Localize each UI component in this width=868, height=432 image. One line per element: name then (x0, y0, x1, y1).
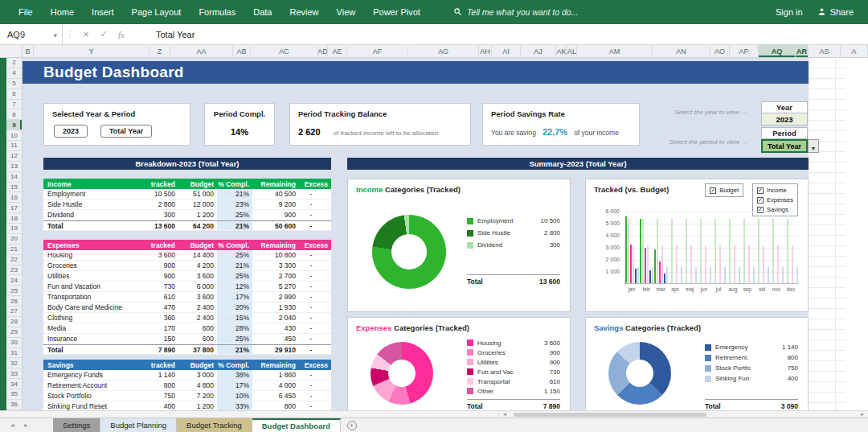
namebox-caret-icon[interactable] (53, 30, 57, 39)
column-header-ao[interactable]: AO (710, 45, 730, 57)
ribbon-tab-insert[interactable]: Insert (83, 0, 123, 24)
column-header-y[interactable]: Y (34, 45, 149, 57)
row-header-26[interactable]: 26 (6, 296, 22, 307)
scrollbar-thumb[interactable] (514, 413, 706, 417)
table-row[interactable]: Emergency Funds1 1403 00038%1 860- (43, 370, 331, 381)
table-row[interactable]: Fun and Vacation7306 00012%5 270- (43, 282, 331, 292)
row-header-19[interactable]: 19 (6, 224, 22, 234)
legend-checkbox-expenses[interactable]: Expenses (757, 196, 793, 204)
table-row[interactable]: Employment10 50051 00021%40 500- (43, 189, 331, 200)
table-row[interactable]: Retirement Account8004 80017%4 000- (43, 381, 331, 391)
table-row[interactable]: Clothing3602 40015%2 040- (43, 313, 331, 323)
period-dropdown-button[interactable] (808, 139, 819, 153)
column-header-aj[interactable]: AJ (521, 45, 556, 57)
table-row[interactable]: Media17060028%430- (43, 323, 331, 334)
column-header-ac[interactable]: AC (251, 45, 318, 57)
table-row[interactable]: Stock Portfolio7507 20010%6 450- (43, 391, 331, 401)
table-row[interactable]: Dividend3001 20025%900- (43, 210, 331, 220)
row-header-6[interactable]: 6 (6, 89, 22, 100)
column-header-ap[interactable]: AP (730, 45, 759, 57)
column-header-ak[interactable]: AK (556, 45, 567, 57)
row-header-10[interactable]: 10 (6, 130, 22, 141)
row-header-21[interactable]: 21 (6, 245, 22, 255)
tabs-prev-icon[interactable] (10, 422, 15, 428)
tabs-next-icon[interactable] (23, 422, 29, 428)
table-row[interactable]: Utilities9003 60025%2 700- (43, 271, 331, 282)
table-row[interactable]: Groceries9004 20021%3 300- (43, 261, 331, 271)
column-header-aa[interactable]: AA (170, 45, 233, 57)
table-row[interactable]: Housing3 60014 40025%10 800- (43, 250, 331, 261)
row-header-36[interactable]: 36 (6, 400, 22, 410)
bar-plot-area[interactable] (624, 212, 798, 284)
table-row[interactable]: Transportation6103 60017%2 990- (43, 292, 331, 302)
row-header-35[interactable]: 35 (6, 389, 22, 400)
column-header-ab[interactable]: AB (233, 45, 251, 57)
year-selector-value[interactable]: 2023 (761, 113, 808, 125)
ribbon-tab-view[interactable]: View (328, 0, 365, 24)
column-header-ag[interactable]: AG (408, 45, 479, 57)
total-row[interactable]: Total13 60064 20021%50 600- (43, 220, 331, 231)
row-header-4[interactable]: 4 (6, 68, 22, 79)
table-row[interactable]: Body Care and Medicine4702 40020%1 930- (43, 302, 331, 313)
new-sheet-button[interactable] (347, 421, 357, 430)
column-header-ae[interactable]: AE (328, 45, 347, 57)
row-header-15[interactable]: 15 (6, 183, 22, 193)
column-header-ai[interactable]: AI (492, 45, 521, 57)
ribbon-tab-page-layout[interactable]: Page Layout (123, 0, 190, 24)
scrollbar-track[interactable] (498, 411, 868, 418)
table-row[interactable]: Sinking Fund Reset4001 20033%800- (43, 401, 331, 410)
legend-checkbox-income[interactable]: Income (757, 187, 793, 194)
select-all-corner[interactable] (0, 45, 23, 57)
column-header-as[interactable]: AS (809, 45, 841, 57)
ribbon-tab-power-pivot[interactable]: Power Pivot (364, 0, 429, 24)
column-header-am[interactable]: AM (577, 45, 653, 57)
row-header-30[interactable]: 30 (6, 338, 22, 348)
legend-checkbox-budget[interactable]: Budget (710, 187, 739, 194)
column-header-ad[interactable]: AD (318, 45, 328, 57)
column-header-a[interactable]: A (841, 45, 868, 57)
ribbon-tab-review[interactable]: Review (280, 0, 327, 24)
row-header-7[interactable]: 7 (6, 100, 22, 110)
row-header-11[interactable]: 11 (6, 141, 22, 151)
formula-input[interactable]: Total Year (130, 24, 194, 44)
row-header-14[interactable]: 14 (6, 172, 22, 183)
sheet-tab-budget-tracking[interactable]: Budget Tracking (177, 418, 252, 432)
cancel-icon[interactable] (77, 24, 95, 44)
sheet-tab-budget-planning[interactable]: Budget Planning (100, 418, 177, 432)
sheet-tab-settings[interactable]: Settings (53, 418, 100, 432)
table-row[interactable]: Side Hustle2 80012 00023%9 200- (43, 200, 331, 210)
sheet-tab-budget-dashboard[interactable]: Budget Dashboard (252, 418, 341, 432)
row-header-29[interactable]: 29 (6, 327, 22, 338)
row-header-20[interactable]: 20 (6, 234, 22, 245)
column-header-ah[interactable]: AH (479, 45, 492, 57)
column-header-b[interactable]: B (23, 45, 34, 57)
row-header-17[interactable]: 17 (6, 203, 22, 213)
scroll-left-icon[interactable] (502, 412, 507, 417)
row-header-8[interactable]: 8 (6, 109, 22, 120)
tell-me-search[interactable]: Tell me what you want to do... (453, 7, 579, 18)
scroll-right-icon[interactable] (860, 412, 865, 417)
row-header-2[interactable]: 2 (6, 58, 22, 68)
row-header-25[interactable]: 25 (6, 286, 22, 296)
row-header-23[interactable]: 23 (6, 265, 22, 276)
ribbon-tab-data[interactable]: Data (244, 0, 280, 24)
column-header-z[interactable]: Z (149, 45, 170, 57)
row-header-22[interactable]: 22 (6, 255, 22, 265)
row-header-28[interactable]: 28 (6, 317, 22, 327)
row-header-32[interactable]: 32 (6, 358, 22, 368)
row-header-9[interactable]: 9 (6, 120, 22, 130)
row-header-18[interactable]: 18 (6, 213, 22, 224)
period-selector-value[interactable]: Total Year (761, 139, 808, 153)
column-header-al[interactable]: AL (567, 45, 577, 57)
row-header-12[interactable]: 12 (6, 151, 22, 162)
ribbon-tab-file[interactable]: File (10, 0, 42, 24)
column-header-an[interactable]: AN (653, 45, 710, 57)
total-row[interactable]: Total7 89037 80021%29 910- (43, 344, 331, 355)
row-header-13[interactable]: 13 (6, 162, 22, 172)
sign-in-button[interactable]: Sign in (776, 7, 803, 17)
column-header-ar[interactable]: AR (796, 45, 809, 57)
row-header-31[interactable]: 31 (6, 348, 22, 359)
share-button[interactable]: Share (817, 7, 854, 18)
row-header-24[interactable]: 24 (6, 275, 22, 286)
row-header-5[interactable]: 5 (6, 79, 22, 89)
